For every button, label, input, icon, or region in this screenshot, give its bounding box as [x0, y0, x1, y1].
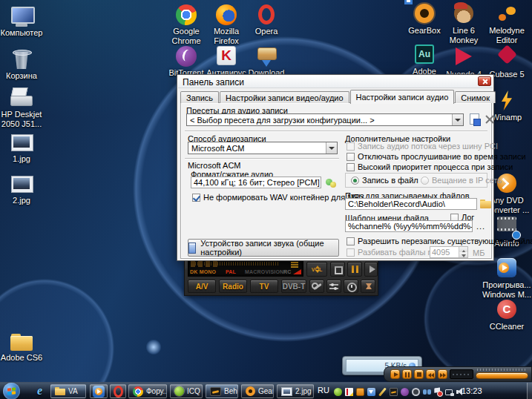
image-file-icon	[11, 174, 32, 194]
desktop-icon-1jpg[interactable]: 1.jpg	[0, 132, 47, 164]
taskbar-button-behold[interactable]: Beho...	[206, 384, 238, 398]
tray-network-icon[interactable]	[445, 388, 453, 396]
checkbox-label: Отключать прослушивание во время записи	[358, 152, 526, 161]
mini-rewind-button[interactable]	[426, 369, 436, 379]
separator	[185, 158, 339, 159]
overwrite-checkbox[interactable]: Разрешить перезапись существующего файла	[347, 237, 532, 245]
desktop-icon-melodyne[interactable]: Melodyne Editor	[483, 4, 531, 45]
indicator-rc: RC	[283, 269, 292, 274]
tray-behold-tv-icon[interactable]	[390, 388, 398, 396]
split-files-checkbox: Разбивать файлы по	[347, 248, 437, 257]
desktop-icon-wmp[interactable]: Проигрыва... Windows M...	[482, 258, 531, 300]
delete-preset-icon[interactable]	[485, 114, 495, 125]
split-size-spinner[interactable]: 4095	[430, 246, 468, 258]
desktop-icon-computer[interactable]: Компьютер	[0, 6, 47, 38]
tray-action-center-icon[interactable]	[434, 388, 442, 396]
taskbar-button-icq[interactable]: ICQ	[170, 384, 203, 398]
mini-play-button[interactable]	[390, 369, 400, 379]
desktop-icon-opera[interactable]: Opera	[240, 4, 292, 36]
ie-quicklaunch-icon[interactable]: e	[37, 384, 42, 398]
radio-label: Запись в файл	[362, 176, 418, 185]
mini-player-display	[450, 369, 473, 379]
format-picker-icon[interactable]	[326, 177, 338, 188]
show-desktop-button[interactable]	[527, 383, 532, 399]
sound-device-button[interactable]: Устройство записи звука (общие настройки…	[188, 239, 339, 257]
mini-forward-button[interactable]	[438, 369, 447, 379]
taskbar-button-2jpg[interactable]: 2.jpg ...	[277, 384, 314, 398]
tab-record[interactable]: Запись	[180, 91, 219, 103]
save-preset-icon[interactable]	[470, 113, 479, 125]
taskbar-clock[interactable]: 13:23	[462, 386, 482, 395]
record-to-file-radio[interactable]: Запись в файл	[351, 176, 418, 185]
dialog-titlebar[interactable]: Панель записи	[178, 76, 493, 88]
audition-icon: Au	[415, 44, 434, 64]
high-priority-checkbox[interactable]: Высокий приоритет процесса при записи	[347, 162, 513, 171]
source-tv-button[interactable]: TV	[250, 280, 278, 293]
split-size-value: 4095	[430, 247, 459, 257]
icon-label: 1.jpg	[0, 154, 47, 164]
source-dvbt-button[interactable]: DVB-T	[281, 280, 306, 293]
icon-label: Line 6 Monkey	[440, 26, 487, 45]
checkbox-box	[347, 142, 355, 151]
tray-bittorrent-icon[interactable]	[401, 388, 409, 396]
source-av-button[interactable]: A/V	[188, 280, 216, 293]
checkbox-box	[347, 163, 355, 171]
start-button[interactable]	[3, 383, 20, 399]
system-tray	[334, 387, 464, 396]
volume-button[interactable]: VOL	[306, 262, 327, 277]
close-icon[interactable]	[478, 76, 491, 86]
presets-combobox[interactable]: < Выбор пресета для загрузки конфигураци…	[186, 113, 464, 126]
checkbox-label: Высокий приоритет процесса при записи	[358, 162, 513, 171]
tray-pencil-icon[interactable]	[378, 388, 387, 396]
tab-snapshot[interactable]: Снимок	[455, 91, 496, 103]
browse-folder-icon[interactable]	[480, 200, 491, 208]
more-button[interactable]: ...	[476, 222, 485, 231]
taskbar-button-wmp[interactable]	[90, 384, 108, 398]
desktop-icon-recycle-bin[interactable]: Корзина	[0, 49, 47, 81]
icon-label: 2.jpg	[0, 196, 47, 205]
tray-ring-icon[interactable]	[412, 388, 420, 396]
tray-download-master-icon[interactable]	[367, 388, 375, 396]
indicator-macrovision: MACROVISION	[245, 269, 283, 274]
slider-ticks	[477, 369, 527, 371]
taskbar-button-gearbox[interactable]: Gear...	[241, 384, 274, 398]
scheduler-button[interactable]	[344, 280, 358, 293]
desktop-icon-printer[interactable]: HP Deskjet 2050 J51...	[0, 88, 47, 129]
mini-stop-button[interactable]	[414, 369, 424, 379]
stop-button[interactable]	[330, 262, 345, 277]
pause-button[interactable]	[347, 262, 362, 277]
tab-video-audio-settings[interactable]: Настройки записи видео/аудио	[220, 91, 349, 103]
channel-updown-button[interactable]	[361, 280, 375, 293]
equalizer-button[interactable]	[326, 280, 341, 293]
wav-container-checkbox[interactable]: Не формировать WAV контейнер для MP3	[192, 193, 364, 202]
bittorrent-icon	[176, 46, 197, 67]
path-field[interactable]: C:\Beholder\Record\Audio\	[345, 198, 477, 210]
play-button[interactable]	[364, 262, 378, 277]
template-value: %channel% (%yy%%mm%%dd%-%hh%%nn%	[348, 222, 473, 231]
mini-pause-button[interactable]	[402, 369, 412, 379]
method-combobox[interactable]: Microsoft ACM	[188, 142, 338, 154]
format-value: 44,100 кГц; 16 бит; Стерео [PCM]	[194, 178, 320, 187]
tray-orange-app-icon[interactable]	[356, 388, 364, 396]
mute-while-recording-checkbox[interactable]: Отключать прослушивание во время записи	[347, 152, 526, 161]
tray-binoculars-icon[interactable]	[423, 388, 431, 396]
tab-audio-settings[interactable]: Настройки записи аудио	[350, 90, 455, 104]
desktop-icon-2jpg[interactable]: 2.jpg	[0, 174, 47, 205]
split-unit-label: МБ	[473, 248, 485, 257]
template-field[interactable]: %channel% (%yy%%mm%%dd%-%hh%%nn%	[345, 220, 473, 232]
volume-slider[interactable]	[476, 372, 528, 379]
desktop-icon-adobe-cs6[interactable]: Adobe CS6	[0, 334, 47, 363]
desktop-icon-line6-monkey[interactable]: Line 6 Monkey	[440, 4, 487, 45]
tray-icq-icon[interactable]	[334, 388, 342, 396]
desktop-icon-ccleaner[interactable]: C CCleaner	[482, 300, 531, 332]
wrench-settings-button[interactable]	[309, 280, 324, 293]
source-radio-button[interactable]: Radio	[219, 280, 247, 293]
taskbar-button-opera[interactable]	[110, 384, 126, 398]
spinner-arrows[interactable]	[459, 247, 467, 257]
language-indicator[interactable]: RU	[318, 386, 329, 395]
desktop-icon-download[interactable]: Download	[240, 46, 292, 78]
format-field[interactable]: 44,100 кГц; 16 бит; Стерео [PCM]	[191, 177, 321, 188]
tray-kaspersky-icon[interactable]	[345, 388, 353, 396]
taskbar-button-forum[interactable]: Фору...	[128, 384, 167, 398]
taskbar-button-va[interactable]: VA	[50, 384, 86, 398]
